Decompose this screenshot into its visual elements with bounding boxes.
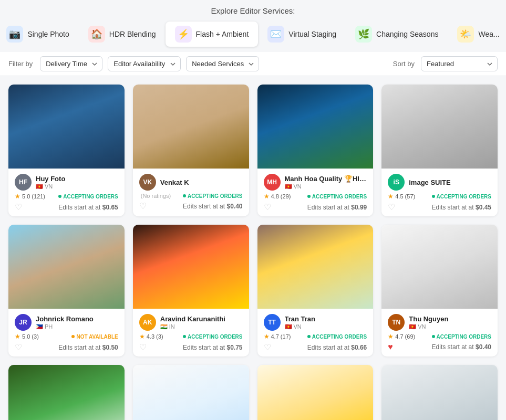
avatar: JR xyxy=(15,314,32,331)
star-icon: ★ xyxy=(15,193,20,200)
price-row: ♡Edits start at at $0.66 xyxy=(264,342,367,352)
status-dot xyxy=(432,335,435,338)
favorite-button[interactable]: ♡ xyxy=(388,202,395,212)
price-text: Edits start at at $0.66 xyxy=(307,344,367,351)
card[interactable]: TTTran Tran🇻🇳VN★ 4.7 (17)ACCEPTING ORDER… xyxy=(257,225,374,356)
card[interactable]: AKAravind Karunanithi🇮🇳IN★ 4.3 (3)ACCEPT… xyxy=(133,225,249,356)
favorite-button[interactable]: ♡ xyxy=(15,342,22,352)
service-tab-weather[interactable]: 🌤️Wea... xyxy=(448,22,506,47)
weather-label: Wea... xyxy=(478,30,499,38)
rating-row: ★ 4.3 (3)ACCEPTING ORDERS xyxy=(139,333,243,340)
card[interactable]: TNThu Nguyen🇻🇳VN★ 4.7 (69)ACCEPTING ORDE… xyxy=(381,225,498,356)
editor-country: 🇻🇳VN xyxy=(285,323,367,330)
star-icon: ★ xyxy=(388,333,394,340)
editor-availability-filter[interactable]: Editor AvailabilityAvailableNot Availabl… xyxy=(108,56,181,71)
editor-row: iSimage SUITE xyxy=(388,174,491,191)
favorite-button[interactable]: ♥ xyxy=(388,342,393,352)
status-text: ACCEPTING ORDERS xyxy=(188,193,242,199)
status-badge: ACCEPTING ORDERS xyxy=(58,194,118,200)
price-row: ♡Edits start at at $0.40 xyxy=(139,201,243,211)
country-code: VN xyxy=(418,323,426,330)
price-text: Edits start at at $0.65 xyxy=(58,204,118,211)
editor-row: VKVenkat K xyxy=(139,174,243,191)
virtual-staging-icon: ✉️ xyxy=(267,26,284,43)
service-tab-flash-ambient[interactable]: ⚡Flash + Ambient xyxy=(166,22,259,47)
rating-left: ★ 4.7 (69) xyxy=(388,333,415,340)
rating-row: ★ 4.7 (17)ACCEPTING ORDERS xyxy=(264,333,367,340)
status-badge: ACCEPTING ORDERS xyxy=(432,334,491,340)
star-icon: ★ xyxy=(388,193,394,200)
card-image xyxy=(8,225,125,309)
service-tab-single-photo[interactable]: 📷Single Photo xyxy=(0,22,79,47)
editor-name: Huy Foto xyxy=(36,175,118,183)
status-dot xyxy=(183,335,186,338)
delivery-time-filter[interactable]: Delivery Time24 hours48 hours72 hours xyxy=(40,56,102,71)
country-code: VN xyxy=(45,183,53,190)
service-tab-virtual-staging[interactable]: ✉️Virtual Staging xyxy=(258,22,346,47)
status-badge: ACCEPTING ORDERS xyxy=(307,334,367,340)
price-text: Edits start at at $0.40 xyxy=(183,203,242,210)
card[interactable]: KVKhanh Vy🇻🇳VN xyxy=(381,365,498,420)
no-rating: (No ratings) xyxy=(141,193,171,199)
price-amount: $0.40 xyxy=(226,203,242,210)
status-text: NOT AVAILABLE xyxy=(76,334,118,340)
card-image xyxy=(381,85,498,169)
card[interactable]: JRJohnrick Romano🇵🇭PH★ 5.0 (3)NOT AVAILA… xyxy=(8,225,125,356)
card[interactable]: MHManh Hoa Quality 🏆HIGH – END +🇻🇳VN★ 4.… xyxy=(257,85,374,216)
card[interactable]: HFHuy Foto🇻🇳VN★ 5.0 (121)ACCEPTING ORDER… xyxy=(8,85,125,216)
rating-value: 4.8 (29) xyxy=(271,193,291,200)
country-flag: 🇮🇳 xyxy=(160,323,168,330)
favorite-button[interactable]: ♡ xyxy=(139,201,147,211)
card[interactable]: RNRocker Nguyen🇻🇳VN xyxy=(257,365,374,420)
card-image xyxy=(381,365,498,420)
favorite-button[interactable]: ♡ xyxy=(264,202,271,212)
price-row: ♡Edits start at at $0.99 xyxy=(264,202,367,212)
editor-country: 🇻🇳VN xyxy=(409,323,491,330)
card-body: AKAravind Karunanithi🇮🇳IN★ 4.3 (3)ACCEPT… xyxy=(133,309,249,356)
needed-services-filter[interactable]: Needed ServicesFlash + AmbientHDR Blendi… xyxy=(186,56,259,71)
card[interactable]: VKVenkat K(No ratings)ACCEPTING ORDERS♡E… xyxy=(133,85,249,216)
editor-name: Venkat K xyxy=(160,178,243,186)
favorite-button[interactable]: ♡ xyxy=(264,342,271,352)
editor-row: JRJohnrick Romano🇵🇭PH xyxy=(15,314,118,331)
price-text: Edits start at at $0.45 xyxy=(432,204,491,211)
country-code: IN xyxy=(169,323,175,330)
hdr-blending-label: HDR Blending xyxy=(109,30,156,38)
favorite-button[interactable]: ♡ xyxy=(15,202,22,212)
card-image xyxy=(133,85,249,169)
price-amount: $0.66 xyxy=(351,344,367,351)
price-text: Edits start at at $0.40 xyxy=(432,343,491,351)
card-image xyxy=(381,225,498,309)
price-amount: $0.40 xyxy=(476,343,491,351)
country-flag: 🇻🇳 xyxy=(285,323,292,330)
card[interactable]: iSimage SUITE★ 4.5 (57)ACCEPTING ORDERS♡… xyxy=(381,85,498,216)
filter-bar: Filter by Delivery Time24 hours48 hours7… xyxy=(0,52,506,76)
price-row: ♡Edits start at at $0.65 xyxy=(15,202,118,212)
rating-value: 4.3 (3) xyxy=(147,333,163,340)
editor-country: 🇻🇳VN xyxy=(285,183,367,190)
editor-info: Aravind Karunanithi🇮🇳IN xyxy=(160,315,243,330)
status-text: ACCEPTING ORDERS xyxy=(63,194,118,200)
editor-name: Johnrick Romano xyxy=(36,315,118,323)
service-tab-changing-seasons[interactable]: 🌿Changing Seasons xyxy=(346,22,448,47)
price-row: ♡Edits start at at $0.75 xyxy=(139,342,243,352)
single-photo-icon: 📷 xyxy=(6,26,23,43)
status-badge: NOT AVAILABLE xyxy=(71,334,118,340)
country-flag: 🇻🇳 xyxy=(285,183,292,190)
card[interactable]: RERyan Esgana🇵🇭PH xyxy=(8,365,125,420)
card[interactable]: BPBEEPEC🇻🇳VN xyxy=(133,365,249,420)
filter-by-label: Filter by xyxy=(8,60,33,68)
card-body: HFHuy Foto🇻🇳VN★ 5.0 (121)ACCEPTING ORDER… xyxy=(8,169,125,216)
changing-seasons-icon: 🌿 xyxy=(355,26,372,43)
card-body: JRJohnrick Romano🇵🇭PH★ 5.0 (3)NOT AVAILA… xyxy=(8,309,125,356)
editor-name: Tran Tran xyxy=(285,315,367,323)
featured-sort[interactable]: FeaturedPrice: Low to HighPrice: High to… xyxy=(421,56,498,71)
single-photo-label: Single Photo xyxy=(27,30,69,38)
star-icon: ★ xyxy=(15,333,20,340)
favorite-button[interactable]: ♡ xyxy=(139,342,147,352)
price-amount: $0.45 xyxy=(476,204,491,211)
rating-left: (No ratings) xyxy=(139,193,171,199)
price-text: Edits start at at $0.75 xyxy=(183,344,242,351)
editor-info: Thu Nguyen🇻🇳VN xyxy=(409,315,491,330)
service-tab-hdr-blending[interactable]: 🏠HDR Blending xyxy=(79,22,166,47)
